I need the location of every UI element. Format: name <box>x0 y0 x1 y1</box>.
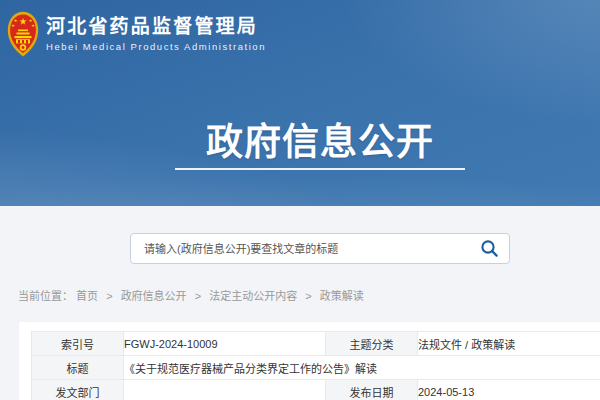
document-info-table: 索引号 FGWJ-2024-10009 主题分类 法规文件 / 政策解读 标题 … <box>31 331 600 400</box>
field-label-publish-date: 发布日期 <box>326 380 418 400</box>
field-label-topic-category: 主题分类 <box>326 332 418 356</box>
breadcrumb-item-home[interactable]: 首页 <box>76 290 98 302</box>
site-name-block: 河北省药品监督管理局 Hebei Medical Products Admini… <box>46 16 266 53</box>
svg-text:★: ★ <box>11 23 15 28</box>
field-label-title: 标题 <box>32 356 124 380</box>
svg-text:★: ★ <box>31 23 35 28</box>
svg-text:★: ★ <box>14 18 18 23</box>
header-banner: ★ ★ ★ ★ ★ 河北省药品监督管理局 Hebei Medical Produ… <box>0 0 600 206</box>
field-value-publish-date: 2024-05-13 <box>418 380 600 400</box>
table-row-department-date: 发文部门 发布日期 2024-05-13 <box>32 380 600 400</box>
breadcrumb-item-gov-info[interactable]: 政府信息公开 <box>121 290 187 302</box>
breadcrumb-separator: > <box>195 290 201 302</box>
breadcrumb-item-disclosure[interactable]: 法定主动公开内容 <box>209 290 297 302</box>
page: ★ ★ ★ ★ ★ 河北省药品监督管理局 Hebei Medical Produ… <box>0 0 600 400</box>
field-label-index-no: 索引号 <box>32 332 124 356</box>
field-value-issuing-department <box>124 380 326 400</box>
search-box <box>130 233 510 264</box>
table-row-title: 标题 《关于规范医疗器械产品分类界定工作的公告》解读 <box>32 356 600 380</box>
document-card: 索引号 FGWJ-2024-10009 主题分类 法规文件 / 政策解读 标题 … <box>19 322 600 400</box>
title-underline <box>175 168 465 170</box>
breadcrumb-separator: > <box>106 290 112 302</box>
table-row-index: 索引号 FGWJ-2024-10009 主题分类 法规文件 / 政策解读 <box>32 332 600 356</box>
china-national-emblem-icon: ★ ★ ★ ★ ★ <box>7 11 39 57</box>
field-label-issuing-department: 发文部门 <box>32 380 124 400</box>
site-logo[interactable]: ★ ★ ★ ★ ★ 河北省药品监督管理局 Hebei Medical Produ… <box>7 11 266 57</box>
field-value-index-no: FGWJ-2024-10009 <box>124 332 326 356</box>
site-name-zh: 河北省药品监督管理局 <box>46 16 266 38</box>
search-button[interactable] <box>474 234 509 263</box>
breadcrumb-separator: > <box>305 290 311 302</box>
breadcrumb: 当前位置： 首页 > 政府信息公开 > 法定主动公开内容 > 政策解读 <box>18 287 364 303</box>
site-name-en: Hebei Medical Products Administration <box>46 41 266 53</box>
search-icon <box>480 239 499 258</box>
search-input[interactable] <box>131 234 474 263</box>
breadcrumb-item-policy[interactable]: 政策解读 <box>320 290 364 302</box>
page-title: 政府信息公开 <box>20 112 600 166</box>
breadcrumb-prefix: 当前位置： <box>18 290 73 302</box>
field-value-topic-category: 法规文件 / 政策解读 <box>418 332 600 356</box>
svg-text:★: ★ <box>29 18 33 23</box>
field-value-title: 《关于规范医疗器械产品分类界定工作的公告》解读 <box>124 356 600 380</box>
svg-text:★: ★ <box>19 17 27 26</box>
